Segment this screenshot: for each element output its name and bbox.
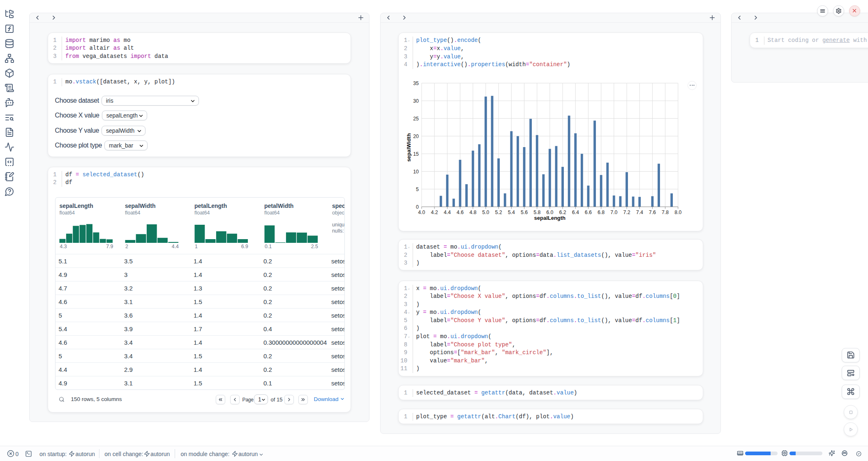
svg-text:6.4: 6.4 xyxy=(572,210,579,215)
svg-text:10: 10 xyxy=(413,168,419,174)
svg-text:4.0: 4.0 xyxy=(418,210,425,215)
svg-text:0: 0 xyxy=(416,204,419,210)
svg-text:7.8: 7.8 xyxy=(662,210,669,215)
svg-text:8.0: 8.0 xyxy=(674,210,681,215)
svg-text:sepalWidth: sepalWidth xyxy=(407,133,412,161)
svg-text:25: 25 xyxy=(413,115,419,121)
svg-text:30: 30 xyxy=(413,98,419,104)
svg-text:5.2: 5.2 xyxy=(495,210,502,215)
svg-text:4.6: 4.6 xyxy=(457,210,464,215)
svg-text:5.0: 5.0 xyxy=(482,210,489,215)
svg-text:7.0: 7.0 xyxy=(610,210,617,215)
svg-text:5.6: 5.6 xyxy=(521,210,528,215)
svg-text:4.8: 4.8 xyxy=(469,210,476,215)
svg-text:4.2: 4.2 xyxy=(431,210,438,215)
svg-text:5: 5 xyxy=(416,186,419,192)
svg-text:4.4: 4.4 xyxy=(444,210,451,215)
svg-text:20: 20 xyxy=(413,133,419,139)
svg-text:15: 15 xyxy=(413,151,419,157)
svg-text:7.6: 7.6 xyxy=(649,210,656,215)
svg-text:35: 35 xyxy=(413,80,419,86)
svg-text:7.2: 7.2 xyxy=(623,210,630,215)
svg-text:7.4: 7.4 xyxy=(636,210,643,215)
svg-text:6.6: 6.6 xyxy=(585,210,592,215)
svg-text:sepalLength: sepalLength xyxy=(534,215,566,221)
svg-text:5.4: 5.4 xyxy=(508,210,515,215)
svg-text:6.2: 6.2 xyxy=(559,210,566,215)
svg-text:6.8: 6.8 xyxy=(598,210,605,215)
svg-text:5.8: 5.8 xyxy=(533,210,540,215)
svg-text:6.0: 6.0 xyxy=(546,210,553,215)
